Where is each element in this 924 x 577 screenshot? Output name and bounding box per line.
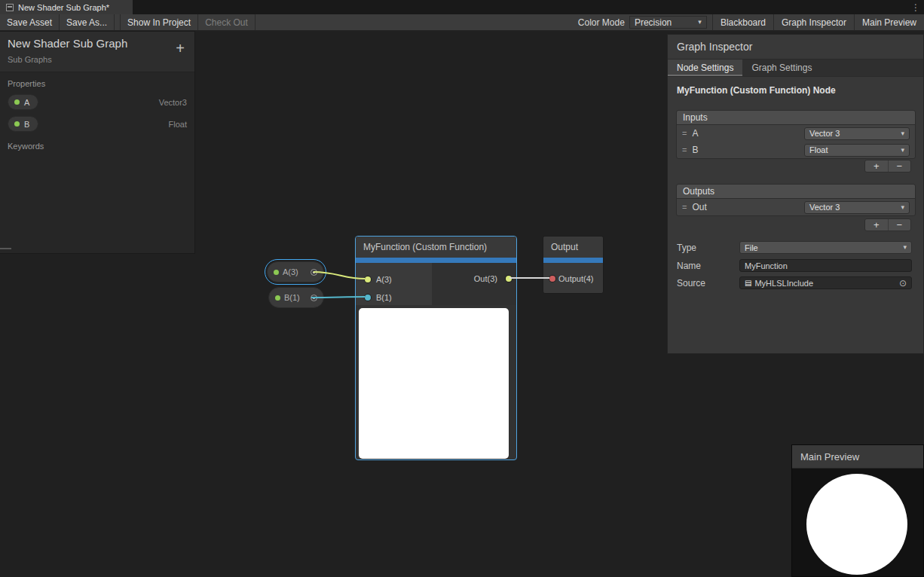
- source-value: MyHLSLInclude: [754, 279, 813, 288]
- subgraph-output-node[interactable]: Output Output(4): [543, 236, 604, 294]
- input-port-b-icon[interactable]: [365, 295, 371, 301]
- node-title[interactable]: MyFunction (Custom Function): [356, 237, 516, 258]
- property-row-a: A Vector3: [0, 91, 194, 113]
- type-label: Type: [677, 243, 696, 253]
- type-value: File: [745, 243, 758, 252]
- output-port-icon[interactable]: [311, 295, 317, 301]
- tab-graph-settings[interactable]: Graph Settings: [742, 60, 821, 76]
- custom-function-node[interactable]: MyFunction (Custom Function) A(3) B(1) O…: [355, 236, 517, 460]
- main-preview-toggle-button[interactable]: Main Preview: [854, 14, 924, 30]
- add-output-button[interactable]: +: [865, 219, 889, 230]
- type-dropdown[interactable]: File ▾: [739, 241, 912, 254]
- drag-handle-icon[interactable]: =: [682, 203, 687, 212]
- output-port-icon[interactable]: [311, 269, 317, 276]
- main-preview-title[interactable]: Main Preview: [792, 445, 923, 469]
- color-mode-dropdown[interactable]: Precision ▾: [629, 16, 707, 29]
- property-dot-icon: [14, 99, 20, 105]
- color-mode-label: Color Mode: [574, 14, 629, 30]
- show-in-project-button[interactable]: Show In Project: [120, 14, 198, 30]
- node-accent-strip: [356, 258, 516, 263]
- property-type: Float: [169, 120, 187, 129]
- outputs-add-remove: + −: [864, 218, 911, 231]
- drag-handle-icon[interactable]: =: [682, 129, 687, 138]
- node-settings-heading: MyFunction (Custom Function) Node: [668, 77, 923, 96]
- input-name: B: [692, 145, 698, 155]
- check-out-button: Check Out: [198, 14, 255, 30]
- chevron-down-icon: ▾: [901, 147, 904, 154]
- add-input-button[interactable]: +: [865, 160, 889, 172]
- object-picker-icon[interactable]: ⊙: [899, 278, 907, 288]
- input-port-b-label: B(1): [376, 293, 392, 303]
- chevron-down-icon: ▾: [901, 204, 904, 211]
- tab-new-shader-sub-graph[interactable]: New Shader Sub Graph*: [0, 0, 133, 14]
- property-dot-icon: [274, 270, 279, 275]
- file-icon: ▤: [745, 279, 751, 287]
- drag-handle-icon[interactable]: =: [682, 145, 687, 154]
- window-tab-bar: New Shader Sub Graph* ⋮: [0, 0, 924, 14]
- input-port-output-icon[interactable]: [549, 276, 555, 282]
- blackboard-title: New Shader Sub Graph: [8, 37, 187, 50]
- tab-node-settings[interactable]: Node Settings: [668, 60, 742, 76]
- property-name: A: [24, 98, 29, 107]
- name-field[interactable]: MyFunction: [739, 259, 912, 272]
- graph-inspector-toggle-button[interactable]: Graph Inspector: [773, 14, 854, 30]
- input-row-b[interactable]: = B Float ▾: [677, 142, 915, 158]
- panel-resize-handle[interactable]: [0, 248, 11, 249]
- properties-section-label: Properties: [0, 72, 194, 91]
- property-node-label: A(3): [283, 267, 298, 276]
- node-title[interactable]: Output: [543, 237, 603, 258]
- property-dot-icon: [275, 295, 280, 301]
- output-row-out[interactable]: = Out Vector 3 ▾: [677, 199, 915, 215]
- input-type-dropdown[interactable]: Vector 3 ▾: [804, 127, 910, 140]
- output-name: Out: [692, 202, 706, 212]
- name-value: MyFunction: [745, 261, 788, 270]
- save-as-button[interactable]: Save As...: [60, 14, 115, 30]
- output-port-out-icon[interactable]: [506, 276, 512, 282]
- remove-input-button[interactable]: −: [889, 160, 911, 172]
- inputs-box: Inputs = A Vector 3 ▾ = B Float ▾: [676, 110, 916, 159]
- name-label: Name: [677, 261, 701, 271]
- property-node-label: B(1): [284, 293, 300, 302]
- source-object-field[interactable]: ▤ MyHLSLInclude ⊙: [739, 276, 912, 289]
- outputs-header: Outputs: [677, 185, 915, 199]
- graph-toolbar: Save Asset Save As... Show In Project Ch…: [0, 14, 924, 31]
- property-pill-a[interactable]: A: [8, 94, 38, 110]
- property-dot-icon: [14, 121, 20, 127]
- blackboard-toggle-button[interactable]: Blackboard: [712, 14, 773, 30]
- output-type-value: Vector 3: [809, 203, 840, 212]
- property-node-a[interactable]: A(3): [267, 261, 324, 282]
- chevron-down-icon: ▾: [698, 19, 702, 26]
- property-name: B: [24, 120, 29, 129]
- property-row-b: B Float: [0, 113, 194, 135]
- tab-title: New Shader Sub Graph*: [18, 3, 109, 12]
- blackboard-header[interactable]: New Shader Sub Graph Sub Graphs +: [0, 32, 194, 72]
- chevron-down-icon: ▾: [903, 244, 907, 251]
- property-node-b[interactable]: B(1): [268, 287, 324, 308]
- input-port-a-label: A(3): [376, 275, 392, 285]
- input-row-a[interactable]: = A Vector 3 ▾: [677, 125, 915, 142]
- keywords-section-label: Keywords: [0, 135, 194, 154]
- node-accent-strip: [543, 258, 603, 263]
- input-type-dropdown[interactable]: Float ▾: [804, 144, 910, 157]
- blackboard-panel: New Shader Sub Graph Sub Graphs + Proper…: [0, 31, 195, 254]
- blackboard-subtitle: Sub Graphs: [8, 55, 187, 64]
- color-mode-value: Precision: [635, 17, 672, 28]
- input-port-output-label: Output(4): [558, 274, 593, 284]
- preview-sphere: [806, 474, 907, 575]
- property-pill-b[interactable]: B: [8, 116, 38, 132]
- input-name: A: [692, 128, 698, 139]
- inputs-add-remove: + −: [864, 160, 911, 172]
- remove-output-button[interactable]: −: [889, 219, 911, 230]
- subgraph-asset-icon: [6, 4, 14, 11]
- add-property-button[interactable]: +: [176, 41, 185, 56]
- graph-inspector-title[interactable]: Graph Inspector: [668, 35, 923, 60]
- input-port-a-icon[interactable]: [365, 276, 371, 282]
- menu-dots-icon[interactable]: ⋮: [911, 0, 920, 14]
- node-preview-area: [359, 308, 509, 459]
- inspector-tab-bar: Node Settings Graph Settings: [668, 60, 923, 77]
- save-asset-button[interactable]: Save Asset: [0, 14, 60, 30]
- main-preview-panel: Main Preview: [791, 444, 924, 577]
- output-type-dropdown[interactable]: Vector 3 ▾: [804, 201, 910, 214]
- output-port-column: [432, 263, 516, 305]
- outputs-box: Outputs = Out Vector 3 ▾: [676, 184, 916, 216]
